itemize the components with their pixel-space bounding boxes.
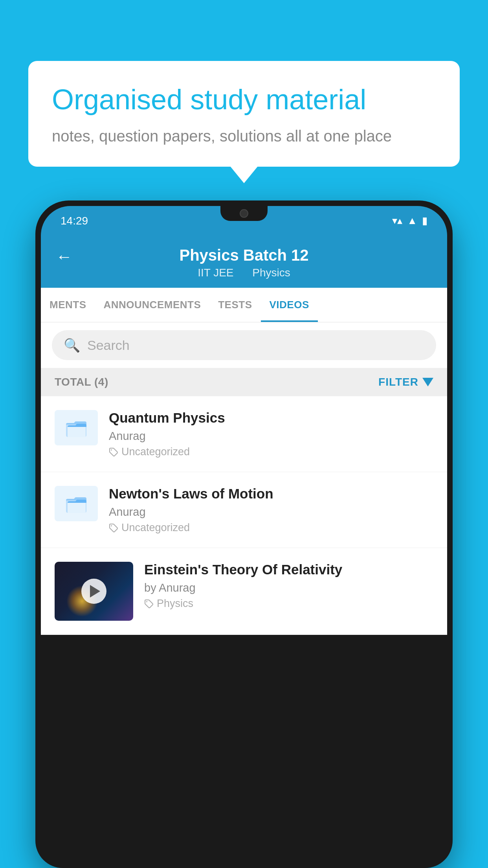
tag-icon-einstein [144, 599, 154, 609]
svg-rect-6 [68, 503, 86, 513]
search-icon: 🔍 [64, 337, 80, 353]
search-placeholder: Search [87, 338, 130, 353]
header-title: Physics Batch 12 [179, 246, 308, 264]
svg-rect-2 [68, 427, 86, 437]
video-title: Quantum Physics [109, 410, 433, 426]
video-list: Quantum Physics Anurag Uncategorized [41, 396, 447, 635]
speech-bubble-section: Organised study material notes, question… [28, 61, 460, 167]
filter-button[interactable]: FILTER [378, 376, 433, 388]
phone-notch [220, 206, 268, 221]
video-tag-2: Uncategorized [109, 522, 433, 534]
status-bar: 14:29 ▾▴ ▲ ▮ [41, 206, 447, 235]
signal-icon: ▲ [407, 215, 417, 227]
video-title-einstein: Einstein's Theory Of Relativity [144, 562, 433, 577]
list-item[interactable]: Quantum Physics Anurag Uncategorized [41, 396, 447, 472]
tabs-bar: MENTS ANNOUNCEMENTS TESTS VIDEOS [41, 288, 447, 322]
back-button[interactable]: ← [56, 247, 72, 266]
tag-label: Uncategorized [121, 446, 190, 458]
tab-announcements[interactable]: ANNOUNCEMENTS [95, 288, 210, 322]
svg-point-3 [111, 449, 112, 451]
speech-bubble-subtext: notes, question papers, solutions all at… [52, 127, 436, 145]
tab-ments[interactable]: MENTS [41, 288, 95, 322]
list-item[interactable]: Newton's Laws of Motion Anurag Uncategor… [41, 472, 447, 548]
tab-videos[interactable]: VIDEOS [261, 288, 318, 322]
filter-label: FILTER [378, 376, 418, 388]
total-count: TOTAL (4) [55, 376, 108, 388]
tab-tests[interactable]: TESTS [209, 288, 261, 322]
svg-point-7 [111, 525, 112, 526]
header-subtitle-physics: Physics [252, 267, 290, 279]
video-folder-icon [55, 410, 98, 445]
video-info-2: Newton's Laws of Motion Anurag Uncategor… [109, 486, 433, 534]
video-title-2: Newton's Laws of Motion [109, 486, 433, 502]
camera-icon [240, 209, 248, 218]
tag-label-2: Uncategorized [121, 522, 190, 534]
battery-icon: ▮ [422, 215, 427, 227]
video-thumbnail-einstein [55, 562, 133, 621]
filter-icon [422, 378, 433, 386]
status-time: 14:29 [61, 215, 88, 227]
wifi-icon: ▾▴ [392, 215, 402, 227]
search-input[interactable]: 🔍 Search [52, 330, 436, 360]
folder-icon-2 [64, 492, 88, 515]
video-tag-einstein: Physics [144, 598, 433, 610]
status-icons: ▾▴ ▲ ▮ [392, 215, 427, 227]
phone-frame: 14:29 ▾▴ ▲ ▮ ← Physics Batch 12 IIT JEE … [35, 200, 453, 868]
tag-icon-2 [109, 523, 118, 533]
speech-bubble-heading: Organised study material [52, 83, 436, 116]
video-info: Quantum Physics Anurag Uncategorized [109, 410, 433, 458]
tag-label-einstein: Physics [157, 598, 193, 610]
video-info-einstein: Einstein's Theory Of Relativity by Anura… [144, 562, 433, 610]
header-subtitle-iitjee: IIT JEE [198, 267, 233, 279]
speech-bubble-card: Organised study material notes, question… [28, 61, 460, 167]
play-icon [90, 585, 100, 598]
video-author: Anurag [109, 430, 433, 443]
list-item-einstein[interactable]: Einstein's Theory Of Relativity by Anura… [41, 548, 447, 635]
svg-point-8 [146, 601, 147, 602]
play-button[interactable] [81, 579, 106, 604]
app-header: ← Physics Batch 12 IIT JEE Physics [41, 235, 447, 288]
header-subtitle: IIT JEE Physics [194, 267, 294, 279]
tag-icon [109, 447, 118, 457]
video-author-einstein: by Anurag [144, 581, 433, 594]
video-author-2: Anurag [109, 506, 433, 519]
search-bar-container: 🔍 Search [41, 322, 447, 368]
folder-icon [64, 416, 88, 440]
video-tag: Uncategorized [109, 446, 433, 458]
filter-bar: TOTAL (4) FILTER [41, 368, 447, 396]
video-folder-icon-2 [55, 486, 98, 521]
